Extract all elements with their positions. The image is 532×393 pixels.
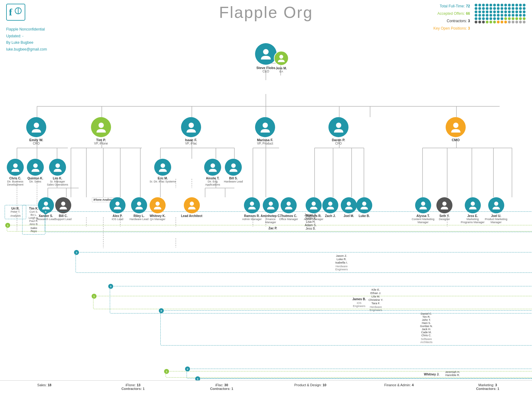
node-isaac-f: Isaac F. VP, iFlac [181,117,201,145]
footer-finance: Finance & Admin: 4 [355,383,443,391]
svg-point-100 [494,202,498,206]
node-bill-s: Bill S. Hardware Lead [224,159,243,183]
box-jeremiah-h: 2 Jeremiah H.Hannible R. [187,369,532,379]
svg-point-99 [471,202,475,206]
accepted-val: 66 [466,11,470,16]
svg-point-85 [61,202,65,206]
node-ea: Jess M. EA [274,51,289,73]
page-title: Flapple Org [219,3,313,22]
node-chris-c: Chris C. Dir. BusinessDevelopment [7,159,24,186]
node-cmo: CMO [446,117,466,142]
node-lim-k: Lim K. Sr. ManagerSales Operations [47,159,68,186]
logo: f [6,4,25,21]
node-whitney-k: Whitney K. QA Manager [150,197,166,221]
svg-point-89 [210,163,215,168]
node-seth-y: Seth Y. Designer [436,197,452,221]
stats-dots [475,2,526,23]
node-zach-j: Zach J. [322,197,338,218]
node-alyssa-t: Alyssa T. Content MarketingManager [412,197,435,224]
svg-point-74 [279,55,283,59]
svg-point-90 [231,163,236,168]
svg-point-73 [263,49,269,55]
svg-point-77 [188,122,194,128]
fulltime-val: 72 [466,4,470,8]
svg-point-91 [155,202,160,206]
node-thutmos-c: Thutmos C. Office Manager [279,197,298,221]
footer-bar: Sales: 18 iFlone: 13 Contractors: 1 iFla… [0,380,532,393]
svg-point-88 [161,163,165,168]
node-joel-m: Joel M. [341,197,357,218]
accepted-label: Accepted Offers: [437,11,465,16]
node-emily-w: Emily W. CRO [26,117,46,145]
svg-point-75 [34,122,39,128]
svg-point-94 [269,202,273,206]
node-jess-e: Jess E. MarketingPrograms Manager [461,197,485,224]
svg-point-86 [115,202,120,206]
footer-marketing: Marketing: 3 Contractors: 1 [443,383,532,391]
ceo-title: CEO [262,70,269,73]
node-eric-m: Eric M. Sr. Dir. iFlac Systems [150,159,176,183]
svg-point-81 [13,163,17,168]
svg-point-103 [362,202,366,206]
svg-point-95 [287,202,291,206]
node-aminhotep-c: Aminhotep C. FinanceManager [261,197,281,224]
svg-point-98 [442,202,447,206]
box-analysts: Uri R. Peter T. Analysts [5,205,26,219]
ea-title: EA [279,70,283,73]
node-quinton-k: Quinton K. Dir. Sales [27,159,44,183]
svg-point-93 [250,202,254,206]
node-daren-p: Daren P. CFO [328,117,348,145]
svg-point-102 [347,202,351,206]
svg-point-96 [311,202,316,206]
svg-point-97 [421,202,425,206]
svg-point-87 [137,202,141,206]
svg-point-76 [98,122,104,128]
svg-point-101 [328,202,332,206]
node-tim-p: Tim P. VP, iFlone [91,117,111,145]
footer-iflone: iFlone: 13 Contractors: 1 [89,383,178,391]
fulltime-label: Total Full-Time: [440,4,465,8]
svg-point-80 [453,122,458,128]
ea-name: Jess M. [276,67,287,70]
node-luke-b: Luke B. [356,197,372,218]
node-ainslie-t: Ainslie T. Dir. EngApplications [204,159,221,186]
box-kile-e: 5 Kile E.Ethan J.Lila M.Christine Y.Tara… [110,286,532,313]
svg-point-83 [55,163,60,168]
node-ceo: Steve Flobs CEO [255,43,277,73]
contractors-label: Contractors: [447,19,467,23]
ceo-name: Steve Flobs [256,66,275,70]
svg-text:f: f [9,6,12,18]
node-lead-architect: Lead Architect [181,197,202,218]
contractors-val: 3 [468,19,470,23]
footer-iflac: iFlac: 30 Contractors: 1 [177,383,266,391]
node-marissa-f: Marissa F. VP, Product [255,117,275,145]
box-daniel-c: 8 Daniel C.Tim R.John T.Hani S.Gurdas N.… [160,310,532,346]
node-joel-u: Joel U. Product MarketingManager [485,197,507,224]
node-ramses-r: Ramses R. Admin Manager [242,197,262,221]
svg-point-92 [190,202,194,206]
svg-point-78 [262,122,268,128]
node-riley-l: Riley L. Hardware Lead [130,197,149,221]
footer-product: Product & Design: 10 [266,383,355,391]
node-alex-p: Alex P. iOS Lead [109,197,126,221]
svg-point-79 [336,122,341,128]
node-ramses-r2: Ramses R. Admin Manager [304,197,324,221]
box-jason-z: 3 Jason Z.Luke R.Isabella I. HerdwareEng… [76,252,532,273]
footer-sales: Sales: 18 [0,383,89,391]
svg-point-82 [33,163,37,168]
